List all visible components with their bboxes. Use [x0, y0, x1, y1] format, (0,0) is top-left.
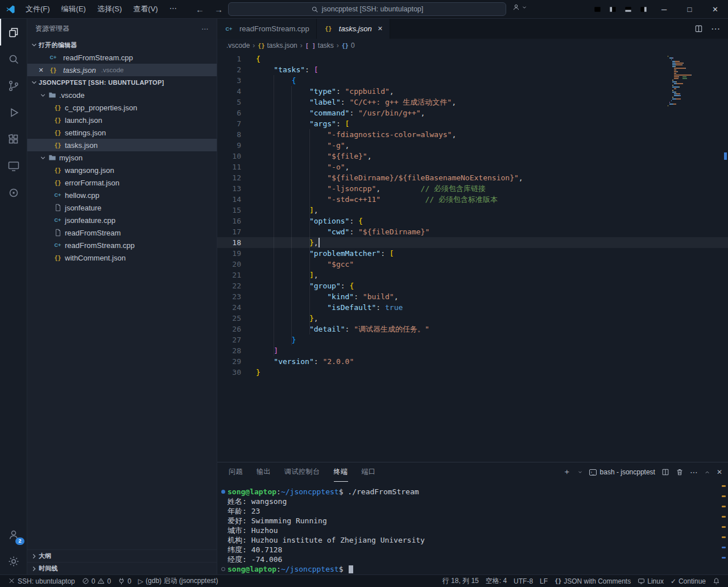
debug-launch-indicator[interactable]: ▷ (gdb) 启动 (jsoncpptest)	[135, 575, 222, 587]
panel-tab-端口[interactable]: 端口	[362, 462, 376, 482]
maximize-panel-icon[interactable]	[704, 469, 710, 476]
panel-tab-问题[interactable]: 问题	[229, 462, 243, 482]
continue-extension-indicator[interactable]: ✓ Continue	[667, 575, 709, 587]
minimap[interactable]	[668, 56, 719, 107]
extension-ring-icon[interactable]	[0, 179, 27, 206]
tree-item-settings.json[interactable]: {}settings.json	[27, 126, 217, 139]
extensions-icon[interactable]	[0, 126, 27, 152]
terminal[interactable]: song@laptop:~/jsoncpptest$ ./readFromStr…	[218, 482, 717, 574]
open-editor-tasks.json[interactable]: ✕{}tasks.json.vscode	[27, 64, 217, 76]
more-actions-icon[interactable]: ⋯	[711, 23, 720, 34]
line-number: 21	[217, 270, 241, 280]
close-panel-icon[interactable]: ✕	[717, 468, 722, 476]
new-terminal-icon[interactable]: ＋	[563, 467, 571, 477]
tree-item-c_cpp_properties.json[interactable]: {}c_cpp_properties.json	[27, 101, 217, 114]
explorer-icon[interactable]	[0, 19, 27, 46]
menu-selection[interactable]: 选择(S)	[92, 2, 127, 16]
breadcrumb-item[interactable]: [ ]tasks	[305, 42, 334, 49]
workspace-section[interactable]: JSONCPPTEST [SSH: UBUNTULAPTOP]	[27, 76, 217, 89]
tree-item-myjson[interactable]: myjson	[27, 151, 217, 164]
source-control-icon[interactable]	[0, 72, 27, 99]
close-window-button[interactable]: ✕	[702, 0, 728, 19]
code-line: 25 },	[217, 313, 728, 324]
remote-indicator[interactable]: SSH: ubuntulaptop	[5, 575, 78, 587]
outline-section[interactable]: 大纲	[27, 549, 217, 562]
eol-indicator[interactable]: LF	[536, 575, 551, 587]
breadcrumb-item[interactable]: .vscode	[226, 42, 250, 49]
menu-view[interactable]: 查看(V)	[128, 2, 163, 16]
indentation-indicator[interactable]: 空格: 4	[482, 575, 510, 587]
forward-icon[interactable]: →	[214, 5, 223, 14]
toggle-panel-icon[interactable]	[621, 0, 636, 19]
open-editor-readFromStream.cpp[interactable]: C+readFromStream.cpp	[27, 51, 217, 64]
breadcrumb-item[interactable]: {}tasks.json	[258, 42, 297, 49]
bottom-panel: 问题输出调试控制台终端端口 ＋ ›_ bash - jsoncpptest ⋯ …	[217, 462, 728, 574]
breadcrumb-item[interactable]: {}0	[342, 42, 355, 49]
open-editors-section[interactable]: 打开的编辑器	[27, 39, 217, 51]
tree-item-jsonfeature.cpp[interactable]: C+jsonfeature.cpp	[27, 214, 217, 226]
close-icon[interactable]: ✕	[36, 67, 46, 74]
timeline-section[interactable]: 时间线	[27, 562, 217, 574]
panel-tab-终端[interactable]: 终端	[334, 462, 348, 482]
tree-item-wangsong.json[interactable]: {}wangsong.json	[27, 164, 217, 176]
settings-gear-icon[interactable]	[0, 548, 27, 574]
back-icon[interactable]: ←	[196, 5, 204, 14]
notifications-indicator[interactable]	[709, 575, 723, 587]
json-file-icon: {}	[48, 67, 58, 73]
split-editor-icon[interactable]	[694, 24, 703, 33]
remote-explorer-icon[interactable]	[0, 152, 27, 179]
minimize-button[interactable]: ─	[651, 0, 677, 19]
split-terminal-icon[interactable]	[661, 468, 669, 476]
tree-item-withComment.json[interactable]: {}withComment.json	[27, 251, 217, 264]
os-indicator[interactable]: Linux	[634, 575, 667, 587]
tab-tasks.json[interactable]: {}tasks.json✕	[317, 19, 390, 39]
panel-tab-调试控制台[interactable]: 调试控制台	[284, 462, 320, 482]
warning-count: 0	[107, 577, 111, 585]
tree-item-.vscode[interactable]: .vscode	[27, 89, 217, 101]
line-text: "-o",	[256, 162, 349, 172]
accounts-badge: 2	[15, 538, 24, 545]
customize-layout-icon[interactable]	[590, 0, 605, 19]
tree-item-jsonfeature[interactable]: jsonfeature	[27, 201, 217, 214]
command-center-search[interactable]: jsoncpptest [SSH: ubuntulaptop]	[228, 2, 506, 16]
chevron-down-icon	[30, 78, 39, 86]
tree-item-readFromStream[interactable]: readFromStream	[27, 226, 217, 239]
sidebar-more-icon[interactable]: ⋯	[201, 25, 209, 33]
language-mode-indicator[interactable]: {} JSON with Comments	[551, 575, 634, 587]
search-view-icon[interactable]	[0, 46, 27, 72]
terminal-line: 城市: Huzhou	[218, 526, 717, 535]
menu-file[interactable]: 文件(F)	[20, 2, 55, 16]
tree-item-readFromStream.cpp[interactable]: C+readFromStream.cpp	[27, 239, 217, 251]
run-debug-icon[interactable]	[0, 99, 27, 126]
menu-more[interactable]: ⋯	[164, 2, 182, 16]
accounts-icon[interactable]: 2	[0, 521, 27, 548]
tree-item-tasks.json[interactable]: {}tasks.json	[27, 139, 217, 151]
encoding-indicator[interactable]: UTF-8	[510, 575, 536, 587]
terminal-list-entry[interactable]: ›_ bash - jsoncpptest	[589, 468, 655, 476]
ports-indicator[interactable]: 0	[114, 575, 135, 587]
tab-readFromStream.cpp[interactable]: C+readFromStream.cpp	[217, 19, 317, 39]
code-editor[interactable]: 1{2 "tasks": [3 {4 "type": "cppbuild",5 …	[217, 52, 728, 462]
toggle-sidebar-icon[interactable]	[605, 0, 621, 19]
warning-icon	[97, 577, 105, 585]
cursor-position[interactable]: 行 18, 列 15	[439, 575, 482, 587]
line-number: 10	[217, 151, 241, 162]
terminal-line: 纬度: 40.7128	[218, 545, 717, 555]
menu-edit[interactable]: 编辑(E)	[56, 2, 91, 16]
profile-menu[interactable]	[512, 3, 527, 11]
close-icon[interactable]: ✕	[378, 25, 383, 32]
toggle-secondary-sidebar-icon[interactable]	[636, 0, 651, 19]
tree-item-errorFormat.json[interactable]: {}errorFormat.json	[27, 176, 217, 189]
panel-tab-输出[interactable]: 输出	[257, 462, 271, 482]
panel-more-icon[interactable]: ⋯	[690, 468, 698, 477]
os-label: Linux	[647, 577, 664, 585]
workspace-label: JSONCPPTEST [SSH: UBUNTULAPTOP]	[39, 79, 164, 86]
editor-group: C+readFromStream.cpp{}tasks.json✕ ⋯ .vsc…	[217, 19, 728, 574]
tree-item-hellow.cpp[interactable]: C+hellow.cpp	[27, 189, 217, 201]
tree-item-launch.json[interactable]: {}launch.json	[27, 114, 217, 126]
problems-indicator[interactable]: 0 0	[78, 575, 114, 587]
maximize-button[interactable]: □	[677, 0, 702, 19]
terminal-dropdown-icon[interactable]	[577, 469, 583, 475]
kill-terminal-trash-icon[interactable]	[676, 468, 684, 476]
panel-header: 问题输出调试控制台终端端口 ＋ ›_ bash - jsoncpptest ⋯ …	[217, 462, 728, 482]
